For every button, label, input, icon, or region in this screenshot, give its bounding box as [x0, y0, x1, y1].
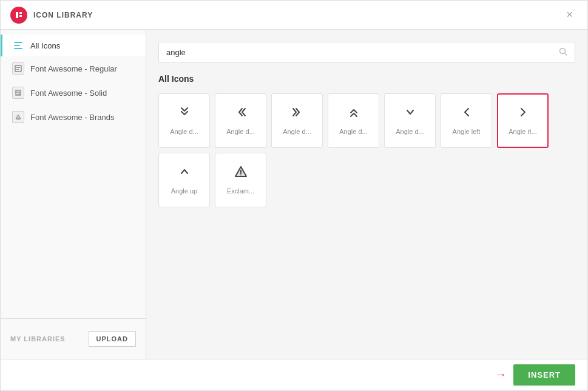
icon-label-2: Angle d...	[283, 127, 311, 136]
elementor-logo	[10, 7, 27, 24]
icons-grid: Angle d... Angle d...	[158, 93, 575, 207]
icon-card-3[interactable]: Angle d...	[328, 93, 379, 148]
icon-label-3: Angle d...	[339, 127, 367, 136]
svg-line-11	[565, 53, 567, 56]
icon-symbol-1	[234, 105, 248, 122]
svg-rect-7	[16, 92, 20, 92]
dialog-header: ICON LIBRARY ×	[1, 1, 587, 30]
svg-rect-9	[16, 119, 20, 120]
svg-rect-1	[19, 12, 22, 14]
icon-card-4[interactable]: Angle d...	[384, 93, 436, 148]
search-input[interactable]	[166, 48, 559, 57]
sidebar-bottom: MY LIBRARIES UPLOAD	[1, 324, 146, 354]
icon-symbol-7	[178, 165, 191, 182]
icon-card-2[interactable]: Angle d...	[271, 93, 323, 148]
insert-button[interactable]: INSERT	[513, 364, 575, 386]
sidebar: All Icons Font Awesome - Regular	[1, 30, 146, 359]
my-libraries-label: MY LIBRARIES	[10, 335, 66, 343]
icon-card-1[interactable]: Angle d...	[215, 93, 266, 148]
icon-card-6[interactable]: Angle ri...	[497, 93, 549, 148]
sidebar-item-fa-regular[interactable]: Font Awesome - Regular	[1, 56, 146, 81]
sidebar-item-all-icons[interactable]: All Icons	[1, 35, 146, 56]
icon-symbol-4	[404, 105, 417, 122]
icon-library-dialog: ICON LIBRARY × All Icons	[0, 0, 588, 391]
fa-solid-icon	[12, 87, 24, 99]
icon-label-4: Angle d...	[396, 127, 424, 136]
sidebar-item-fa-solid[interactable]: Font Awesome - Solid	[1, 81, 146, 105]
sidebar-divider	[1, 318, 146, 319]
svg-point-13	[240, 174, 242, 175]
fa-regular-icon	[12, 62, 24, 75]
main-content: All Icons Angle d...	[146, 30, 587, 359]
icon-card-0[interactable]: Angle d...	[158, 93, 210, 148]
sidebar-item-all-icons-label: All Icons	[30, 41, 60, 50]
icon-label-0: Angle d...	[170, 127, 198, 136]
icon-symbol-6	[516, 105, 530, 122]
icon-symbol-5	[460, 105, 473, 122]
svg-rect-8	[16, 93, 19, 94]
lines-icon	[12, 41, 24, 50]
sidebar-item-fa-solid-label: Font Awesome - Solid	[30, 89, 107, 98]
sidebar-item-fa-brands[interactable]: Font Awesome - Brands	[1, 105, 146, 129]
icon-label-6: Angle ri...	[509, 127, 536, 136]
dialog-body: All Icons Font Awesome - Regular	[1, 30, 587, 359]
icon-label-1: Angle d...	[226, 127, 254, 136]
fa-brands-icon	[12, 111, 24, 123]
icon-label-7: Angle up	[171, 187, 197, 195]
icon-label-8: Exclam...	[227, 187, 254, 195]
icon-card-7[interactable]: Angle up	[158, 153, 210, 207]
svg-rect-5	[16, 69, 19, 70]
svg-rect-2	[19, 15, 22, 17]
icon-card-8[interactable]: Exclam...	[215, 153, 266, 207]
upload-button[interactable]: UPLOAD	[89, 331, 136, 347]
arrow-icon: →	[495, 369, 506, 381]
search-icon	[559, 47, 567, 58]
icon-label-5: Angle left	[453, 127, 481, 136]
svg-rect-0	[16, 12, 18, 18]
svg-rect-4	[16, 67, 20, 68]
icon-symbol-0	[178, 105, 191, 122]
icon-card-5[interactable]: Angle left	[441, 93, 492, 148]
icon-symbol-8	[234, 165, 248, 182]
sidebar-item-fa-regular-label: Font Awesome - Regular	[30, 64, 117, 73]
close-button[interactable]: ×	[561, 6, 578, 24]
sidebar-item-fa-brands-label: Font Awesome - Brands	[30, 113, 115, 122]
dialog-footer: → INSERT	[1, 359, 587, 390]
title-area: ICON LIBRARY	[10, 7, 93, 24]
svg-rect-3	[15, 65, 21, 72]
svg-rect-6	[15, 90, 21, 96]
section-title: All Icons	[158, 74, 575, 84]
dialog-title: ICON LIBRARY	[33, 11, 93, 19]
icon-symbol-3	[347, 105, 360, 122]
search-bar	[158, 42, 575, 63]
icon-symbol-2	[291, 105, 304, 122]
